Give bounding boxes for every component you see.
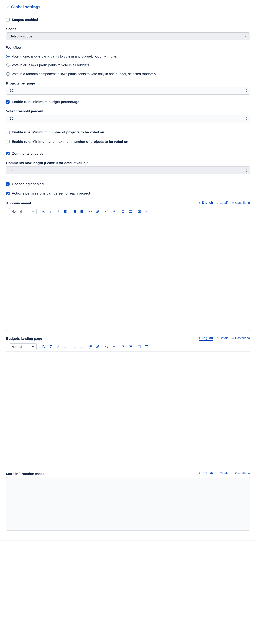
workflow-radio-vote-in-one[interactable]: Vote in one: allows participants to vote… [6,54,250,58]
radio-icon [6,72,9,76]
spinner-controls[interactable] [245,168,248,172]
video-button[interactable] [137,209,141,214]
image-button[interactable] [144,344,149,349]
workflow-option-label: Vote in all: allows participants to vote… [12,63,90,67]
radio-icon [6,64,9,67]
scopes-enabled-checkbox[interactable]: Scopes enabled [6,18,250,22]
lang-tab-catala[interactable]: Català [217,472,229,476]
indent-button[interactable] [128,209,132,214]
chevron-down-icon [32,346,34,348]
lang-tab-catala[interactable]: Català [217,201,229,205]
outdent-button[interactable] [121,344,125,349]
underline-button[interactable] [56,209,60,214]
section-header[interactable]: Global settings [6,4,250,12]
ordered-list-button[interactable] [72,344,76,349]
quote-button[interactable] [112,344,116,349]
more-info-modal-textarea[interactable] [6,477,250,530]
budgets-landing-editor: Normal [6,342,250,466]
video-icon [137,210,141,213]
bold-button[interactable] [41,209,46,214]
link-button[interactable] [88,209,93,214]
checkbox-icon [6,18,9,22]
underline-button[interactable] [56,344,60,349]
format-select[interactable]: Normal [9,344,37,350]
language-tabs: English Català Castellano [199,201,250,205]
eraser-button[interactable] [96,344,100,349]
code-button[interactable] [105,209,109,214]
indent-icon [128,210,132,213]
eraser-button[interactable] [96,209,100,214]
outdent-icon [121,345,125,349]
image-button[interactable] [144,209,149,214]
italic-button[interactable] [48,209,53,214]
bold-icon [42,345,45,349]
checkbox-icon [6,130,9,134]
workflow-option-label: Vote in a random component: allows parti… [12,72,157,76]
outdent-button[interactable] [121,209,125,214]
lang-tab-catala[interactable]: Català [217,336,229,340]
lang-tab-english[interactable]: English [199,201,213,205]
spinner-controls[interactable] [245,88,248,93]
announcement-editor-body[interactable] [6,216,250,330]
quote-button[interactable] [112,209,116,214]
comments-enabled-checkbox[interactable]: Comments enabled [6,152,250,156]
scope-label: Scope [6,27,250,31]
workflow-option-label: Vote in one: allows participants to vote… [12,54,117,58]
lang-tab-english[interactable]: English [199,472,213,476]
eraser-icon [96,210,100,213]
align-button[interactable] [63,209,67,214]
lang-tab-castellano[interactable]: Castellano [232,201,250,205]
video-button[interactable] [137,344,141,349]
geocoding-enabled-label: Geocoding enabled [12,182,44,186]
rule-min-max-projects-checkbox[interactable]: Enable rule: Minimum and maximum number … [6,140,250,144]
comments-max-length-input[interactable] [6,166,250,174]
rule-min-num-projects-checkbox[interactable]: Enable rule: Minimum number of projects … [6,130,250,134]
lang-dot-icon [199,472,200,474]
indent-button[interactable] [128,344,132,349]
lang-tab-castellano[interactable]: Castellano [232,472,250,476]
bold-button[interactable] [41,344,46,349]
unordered-list-button[interactable] [79,209,84,214]
spinner-controls[interactable] [245,116,248,121]
geocoding-enabled-checkbox[interactable]: Geocoding enabled [6,182,250,186]
rule-min-max-projects-label: Enable rule: Minimum and maximum number … [12,140,128,144]
rule-min-num-projects-label: Enable rule: Minimum number of projects … [12,130,104,134]
code-icon [105,210,109,213]
lang-tab-english[interactable]: English [199,336,213,341]
lang-dot-icon [232,473,234,474]
chevron-down-icon [6,5,9,9]
actions-permissions-checkbox[interactable]: Actions permissions can be set for each … [6,192,250,196]
unordered-list-icon [80,210,83,213]
rule-min-budget-pct-checkbox[interactable]: Enable rule: Minimum budget percentage [6,100,250,104]
italic-button[interactable] [48,344,53,349]
budgets-landing-editor-body[interactable] [6,352,250,466]
underline-icon [56,210,60,213]
outdent-icon [121,210,125,213]
section-title: Global settings [11,4,40,10]
workflow-radio-vote-random[interactable]: Vote in a random component: allows parti… [6,72,250,76]
unordered-list-button[interactable] [79,344,84,349]
format-select[interactable]: Normal [9,208,37,215]
projects-per-page-input[interactable] [6,87,250,94]
ordered-list-button[interactable] [72,209,76,214]
lang-dot-icon [232,202,234,204]
align-button[interactable] [63,344,67,349]
checkbox-icon [6,182,9,186]
link-icon [89,345,92,349]
chevron-down-icon [32,210,34,213]
lang-dot-icon [217,473,218,474]
quote-icon [112,345,116,349]
scope-select[interactable]: Select a scope [6,32,250,40]
global-settings-panel: Global settings Scopes enabled Scope Sel… [0,0,256,541]
language-tabs: English Català Castellano [199,336,250,341]
code-button[interactable] [105,344,109,349]
projects-per-page-label: Projects per page [6,81,250,86]
scope-selected-value: Select a scope [10,34,32,38]
image-icon [144,345,148,349]
link-button[interactable] [88,344,93,349]
underline-icon [56,345,60,349]
vote-threshold-pct-input[interactable] [6,114,250,122]
workflow-radio-vote-in-all[interactable]: Vote in all: allows participants to vote… [6,63,250,67]
lang-tab-castellano[interactable]: Castellano [232,336,250,340]
budgets-landing-label: Budgets landing page [6,336,42,341]
